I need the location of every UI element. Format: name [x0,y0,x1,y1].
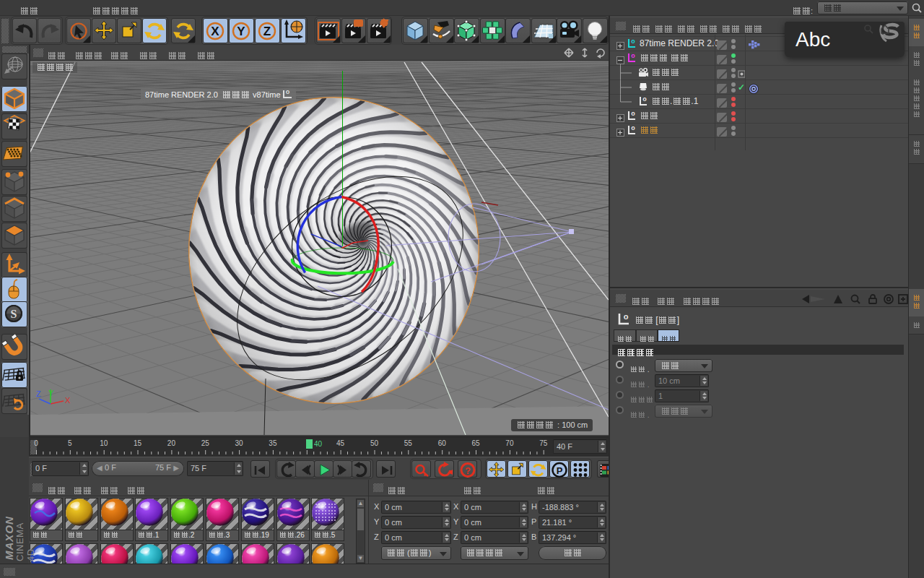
svg-text:10: 10 [100,439,108,447]
svg-text:35: 35 [269,439,277,447]
svg-text:40: 40 [314,440,323,448]
svg-text:5: 5 [68,439,72,447]
svg-text:Z: Z [263,25,271,38]
svg-text:70: 70 [505,439,514,447]
svg-text:o: o [631,38,635,45]
svg-text:30: 30 [235,439,244,447]
svg-text:0: 0 [34,439,38,447]
svg-text:X: X [211,25,219,38]
svg-text:65: 65 [471,439,480,447]
svg-text:?: ? [465,465,471,476]
svg-text:P: P [557,465,563,476]
svg-text:o: o [642,95,647,103]
svg-text:55: 55 [404,439,413,447]
svg-text:75: 75 [539,439,548,447]
svg-text:S: S [11,308,17,320]
svg-text:15: 15 [134,439,142,447]
svg-text:Y: Y [48,389,54,397]
svg-text:45: 45 [336,439,345,447]
svg-text:25: 25 [201,439,210,447]
svg-text:50: 50 [370,439,379,447]
svg-text:o: o [631,124,635,131]
svg-text:60: 60 [438,439,447,447]
svg-text:Z: Z [36,389,41,398]
svg-text:X: X [65,396,71,405]
svg-text:o: o [624,312,629,321]
svg-text:20: 20 [167,439,176,447]
svg-text:Y: Y [237,25,245,38]
svg-text:o: o [631,110,635,117]
svg-text:o: o [631,52,635,59]
